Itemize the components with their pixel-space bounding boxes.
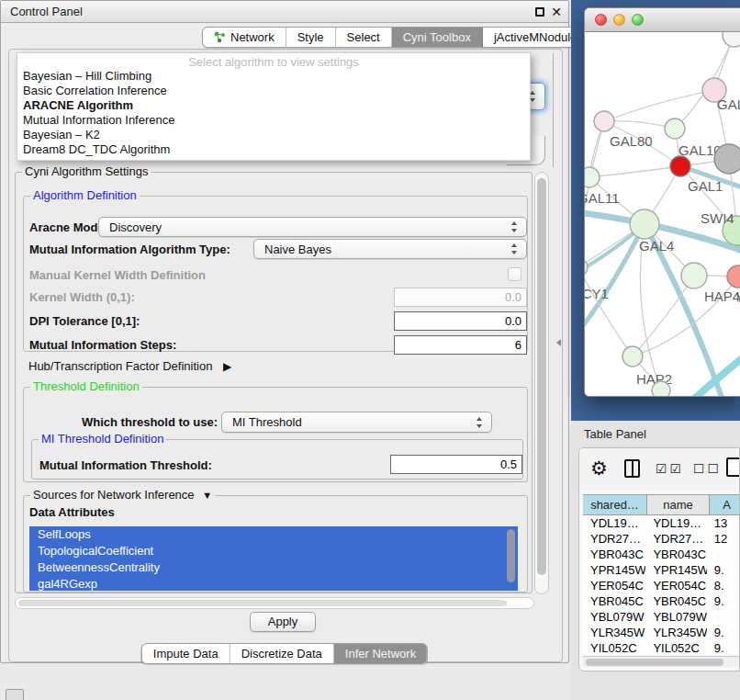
manual-kernel-width-checkbox[interactable] <box>508 267 521 281</box>
table-row[interactable]: YBL079WYBL079W <box>583 609 740 625</box>
mi-steps-input[interactable] <box>394 335 527 355</box>
column-header-a[interactable]: A <box>710 495 740 514</box>
gear-icon[interactable]: ⚙ <box>590 456 608 481</box>
close-icon[interactable]: ✕ <box>551 1 562 23</box>
table-toolbar: ⚙ ☑☑ ☐☐ <box>579 448 739 491</box>
cyni-algorithm-settings-group: Cyni Algorithm Settings Algorithm Defini… <box>15 172 533 593</box>
table-row[interactable]: YLR345WYLR345W9. <box>583 625 740 640</box>
apply-button[interactable]: Apply <box>250 612 316 632</box>
tab-label: Cyni Toolbox <box>403 28 471 47</box>
node-label-gal4: GAL4 <box>639 238 674 254</box>
table-cell: 9. <box>707 593 740 609</box>
kernel-width-input[interactable] <box>394 288 527 307</box>
network-node-y[interactable] <box>727 265 740 288</box>
table-horizontal-scrollbar[interactable] <box>583 656 740 667</box>
network-node-hap4[interactable] <box>681 263 707 288</box>
network-node[interactable] <box>714 144 740 174</box>
attribute-item-betweennesscentrality[interactable]: BetweennessCentrality <box>29 559 518 576</box>
mi-threshold-input[interactable] <box>390 455 522 474</box>
tab-network[interactable]: Network <box>203 28 286 47</box>
select-all-columns-icon[interactable]: ☑☑ <box>656 461 684 476</box>
table-row[interactable]: YDL19…YDL19…13 <box>583 515 740 531</box>
tab-label: Select <box>347 28 380 47</box>
mi-algorithm-type-select[interactable]: Naive Bayes <box>253 239 527 259</box>
mi-threshold-definition-title: MI Threshold Definition <box>39 432 166 446</box>
table-cell: 9. <box>707 562 740 578</box>
hub-definition-expander[interactable]: Hub/Transcription Factor Definition ▶ <box>28 359 231 373</box>
table-row[interactable]: YIL052CYIL052C9. <box>583 640 740 654</box>
table-cell: YBR043C <box>583 547 645 562</box>
node-label-gal80: GAL80 <box>610 133 653 149</box>
network-edge[interactable] <box>675 35 734 129</box>
column-header-name[interactable]: name <box>647 495 710 514</box>
attribute-item-selfloops[interactable]: SelfLoops <box>29 526 518 543</box>
tab-style[interactable]: Style <box>286 28 336 47</box>
node-label-gal1: GAL1 <box>688 178 723 194</box>
tab-cyni-toolbox[interactable]: Cyni Toolbox <box>392 28 483 47</box>
tab-discretize-data[interactable]: Discretize Data <box>230 644 334 663</box>
data-attributes-list[interactable]: SelfLoopsTopologicalCoefficientBetweenne… <box>29 526 518 591</box>
network-node[interactable] <box>652 381 670 397</box>
network-node-hap2[interactable] <box>622 346 643 367</box>
attribute-item-gal4rgexp[interactable]: gal4RGexp <box>29 576 518 591</box>
node-label-gal: GAL <box>717 96 740 112</box>
table-cell: 8. <box>707 578 740 593</box>
mac-minimize-button[interactable] <box>613 14 625 26</box>
manual-kernel-width-label: Manual Kernel Width Definition <box>29 268 206 282</box>
algorithm-option-aracne-algorithm[interactable]: ARACNE Algorithm <box>17 98 530 113</box>
network-icon <box>214 31 226 43</box>
deselect-all-columns-icon[interactable]: ☐☐ <box>693 461 722 476</box>
settings-vertical-scrollbar[interactable] <box>534 172 549 594</box>
network-graph[interactable]: GALGAL80GAL10GAL1GAL11SWI4GAL4GCY1HAP4YH… <box>585 32 740 397</box>
split-columns-icon[interactable] <box>624 459 640 478</box>
aracne-mode-select[interactable]: Discovery <box>98 217 527 237</box>
algorithm-option-bayesian-k2[interactable]: Bayesian – K2 <box>17 128 530 142</box>
network-edge[interactable] <box>604 90 714 121</box>
collapsed-panel-tab[interactable] <box>6 689 24 700</box>
control-panel-titlebar: Control Panel ✕ <box>1 1 568 23</box>
network-node-gal10[interactable] <box>665 119 685 139</box>
split-pane-handle[interactable] <box>556 339 561 346</box>
algorithm-option-dream8-dc-tdc-algorithm[interactable]: Dream8 DC_TDC Algorithm <box>17 142 530 157</box>
network-node[interactable] <box>723 32 740 47</box>
algorithm-option-mutual-information-inference[interactable]: Mutual Information Inference <box>17 113 530 128</box>
network-edge[interactable] <box>589 166 680 177</box>
stepper-arrows-icon <box>511 243 518 254</box>
network-node-gal80[interactable] <box>594 111 614 131</box>
settings-horizontal-scrollbar[interactable] <box>15 597 534 609</box>
table-row[interactable]: YBR045CYBR045C9. <box>583 593 740 609</box>
mac-close-button[interactable] <box>595 14 607 26</box>
export-table-icon[interactable] <box>726 457 740 477</box>
algorithm-option-basic-correlation-inference[interactable]: Basic Correlation Inference <box>17 84 530 98</box>
table-cell <box>707 547 740 562</box>
list-scrollbar[interactable] <box>507 529 515 582</box>
sources-group: Sources for Network Inference ▼ Data Att… <box>23 495 528 593</box>
table-cell: YBR045C <box>645 593 706 609</box>
collapse-down-icon[interactable]: ▼ <box>202 489 212 502</box>
table-row[interactable]: YBR043CYBR043C <box>583 547 740 562</box>
table-cell: YBR043C <box>645 547 706 562</box>
table-row[interactable]: YDR27…YDR27…12 <box>583 531 740 547</box>
table-cell: 9. <box>707 625 740 640</box>
network-edge[interactable] <box>633 276 694 356</box>
network-canvas[interactable]: GALGAL80GAL10GAL1GAL11SWI4GAL4GCY1HAP4YH… <box>585 32 740 397</box>
network-node-gal11[interactable] <box>585 167 600 187</box>
mac-zoom-button[interactable] <box>632 14 644 26</box>
which-threshold-select[interactable]: MI Threshold <box>221 412 492 433</box>
attribute-item-topologicalcoefficient[interactable]: TopologicalCoefficient <box>29 543 518 559</box>
table-cell: YLR345W <box>645 625 706 640</box>
float-window-icon[interactable] <box>535 7 544 17</box>
network-node-gal4[interactable] <box>630 209 659 239</box>
column-header-shared-[interactable]: shared… <box>583 495 647 514</box>
network-node-gal1[interactable] <box>670 156 690 176</box>
tab-select[interactable]: Select <box>336 28 392 47</box>
dpi-tolerance-input[interactable] <box>394 311 527 331</box>
algorithm-option-bayesian-hill-climbing[interactable]: Bayesian – Hill Climbing <box>17 69 530 84</box>
table-row[interactable]: YER054CYER054C8. <box>583 578 740 593</box>
tab-impute-data[interactable]: Impute Data <box>142 644 230 663</box>
mi-steps-label: Mutual Information Steps: <box>29 338 176 352</box>
mi-algorithm-type-label: Mutual Information Algorithm Type: <box>29 243 230 256</box>
table-row[interactable]: YPR145WYPR145W9. <box>583 562 740 578</box>
network-edge[interactable] <box>585 224 645 335</box>
tab-infer-network[interactable]: Infer Network <box>334 644 427 663</box>
